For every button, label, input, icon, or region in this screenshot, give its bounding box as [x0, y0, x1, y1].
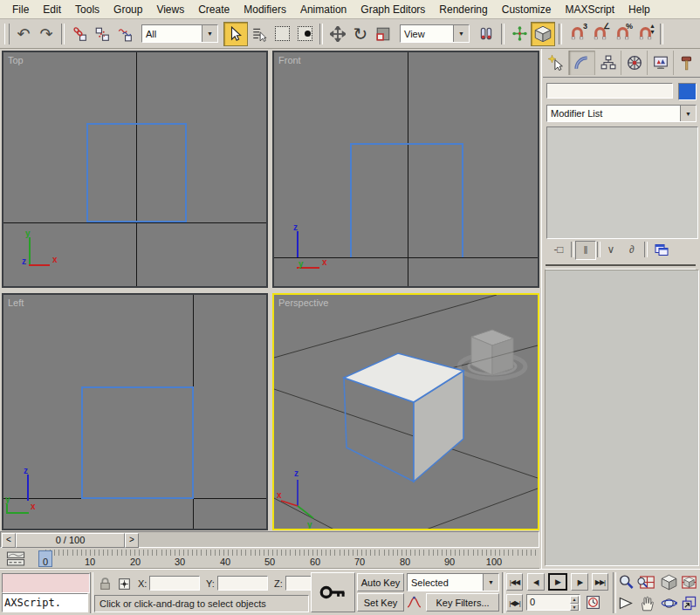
- time-slider-prev-button[interactable]: <: [2, 533, 16, 548]
- frame-spinner[interactable]: ▲▼: [570, 596, 579, 611]
- object-name-field[interactable]: [546, 83, 673, 99]
- toolbar-drag-handle[interactable]: [4, 24, 10, 44]
- spinner-down-icon[interactable]: ▼: [570, 604, 579, 612]
- snap-toggle-3d-button[interactable]: 3: [566, 23, 588, 45]
- maxscript-mini-listener[interactable]: AXScript.: [2, 593, 88, 612]
- remove-modifier-button[interactable]: ∂: [622, 241, 642, 258]
- set-key-button[interactable]: Set Key: [357, 593, 404, 612]
- modifier-stack-list[interactable]: [546, 126, 698, 239]
- go-to-start-button[interactable]: |◀◀: [506, 573, 523, 591]
- select-and-move-button[interactable]: [326, 23, 349, 45]
- tab-create[interactable]: [543, 51, 569, 75]
- angle-snap-toggle-button[interactable]: ∠: [588, 23, 611, 45]
- menu-item[interactable]: Views: [149, 2, 191, 17]
- current-frame-field[interactable]: 0 ▲▼: [526, 594, 580, 611]
- arc-rotate-button[interactable]: [661, 595, 677, 612]
- menu-item[interactable]: File: [5, 2, 36, 17]
- time-configuration-button[interactable]: [586, 595, 600, 610]
- modifier-stack-buttons: -□ ‖ ∨ ∂: [542, 241, 700, 260]
- rectangular-selection-region-button[interactable]: [271, 23, 293, 45]
- key-mode-icon: |◀▶|: [509, 599, 519, 607]
- coord-y-field[interactable]: [217, 576, 268, 591]
- menu-item[interactable]: Modifiers: [237, 2, 293, 17]
- chevron-down-icon[interactable]: ▼: [202, 25, 217, 42]
- menu-item[interactable]: Group: [106, 2, 149, 17]
- zoom-all-button[interactable]: [639, 574, 655, 591]
- auto-key-button[interactable]: Auto Key: [357, 573, 404, 591]
- time-slider-handle[interactable]: 0 / 100: [16, 533, 125, 548]
- menu-item[interactable]: Graph Editors: [353, 2, 432, 17]
- reference-coordinate-system-dropdown[interactable]: View ▼: [400, 24, 470, 43]
- menu-item[interactable]: Create: [191, 2, 237, 17]
- coord-x-field[interactable]: [149, 576, 200, 591]
- play-animation-button[interactable]: ▶: [548, 573, 567, 591]
- select-and-link-button[interactable]: [68, 23, 91, 45]
- pin-stack-button[interactable]: -□: [549, 241, 568, 258]
- make-unique-button[interactable]: ∨: [601, 241, 621, 258]
- menu-item[interactable]: Animation: [293, 2, 353, 17]
- go-to-end-button[interactable]: ▶▶|: [592, 573, 608, 591]
- next-frame-button[interactable]: |▶: [571, 573, 588, 591]
- select-by-name-button[interactable]: [248, 23, 271, 45]
- menu-item[interactable]: Customize: [495, 2, 559, 17]
- snaps-toggle-button[interactable]: [531, 22, 555, 46]
- tab-motion[interactable]: [621, 51, 648, 75]
- tab-display[interactable]: [648, 51, 674, 75]
- pan-view-button[interactable]: [639, 595, 655, 612]
- select-and-scale-button[interactable]: [372, 23, 395, 45]
- zoom-extents-all-button[interactable]: [681, 574, 697, 591]
- chevron-down-icon[interactable]: ▼: [453, 25, 469, 42]
- time-slider-next-button[interactable]: >: [125, 533, 139, 548]
- use-pivot-point-center-button[interactable]: [475, 23, 498, 45]
- redo-button[interactable]: ↷: [35, 23, 58, 45]
- frame-tick-label: 100: [486, 557, 502, 567]
- show-end-result-button[interactable]: ‖: [575, 241, 596, 260]
- viewport-left[interactable]: Left z y x: [2, 293, 268, 530]
- tab-utilities[interactable]: [674, 51, 699, 75]
- modifier-list-dropdown[interactable]: Modifier List ▼: [546, 105, 697, 122]
- bind-to-space-warp-button[interactable]: [113, 23, 136, 45]
- zoom-button[interactable]: [618, 574, 635, 591]
- track-bar[interactable]: 0102030405060708090100: [0, 549, 539, 569]
- menu-item[interactable]: Tools: [68, 2, 106, 17]
- spinner-up-icon[interactable]: ▲: [570, 596, 579, 604]
- select-object-button[interactable]: [223, 22, 248, 46]
- menu-item[interactable]: Help: [621, 2, 657, 17]
- absolute-offset-mode-toggle[interactable]: [117, 577, 132, 591]
- selection-filter-dropdown[interactable]: All ▼: [141, 24, 218, 43]
- key-filter-dropdown[interactable]: Selected ▼: [407, 573, 499, 591]
- viewport-front[interactable]: Front z y x: [272, 51, 539, 288]
- previous-frame-button[interactable]: ◀|: [527, 573, 545, 591]
- menu-item[interactable]: MAXScript: [558, 2, 621, 17]
- viewport-perspective[interactable]: Perspective: [272, 293, 539, 530]
- menu-item[interactable]: Edit: [36, 2, 68, 17]
- spinner-superscript: ▲▼: [649, 23, 655, 35]
- default-tangent-button[interactable]: [407, 595, 422, 610]
- zoom-extents-button[interactable]: [661, 574, 677, 591]
- set-keys-button[interactable]: [311, 572, 355, 612]
- chevron-down-icon[interactable]: ▼: [680, 106, 696, 121]
- select-and-rotate-button[interactable]: ↻: [349, 23, 372, 45]
- key-filters-button[interactable]: Key Filters...: [426, 593, 499, 612]
- percent-snap-toggle-button[interactable]: %: [611, 23, 634, 45]
- chevron-down-icon[interactable]: ▼: [483, 574, 498, 591]
- configure-modifier-sets-button[interactable]: [652, 241, 671, 258]
- unlink-selection-button[interactable]: [91, 23, 113, 45]
- maxscript-mini-listener-pink[interactable]: [2, 573, 90, 593]
- window-crossing-toggle[interactable]: [293, 23, 316, 45]
- tab-hierarchy[interactable]: [595, 51, 621, 75]
- selection-lock-toggle[interactable]: [98, 577, 113, 591]
- object-color-swatch[interactable]: [678, 83, 697, 100]
- time-slider-track[interactable]: < 0 / 100 >: [0, 531, 539, 548]
- viewport-top[interactable]: Top y z x: [2, 51, 268, 288]
- spinner-snap-toggle-button[interactable]: ▲▼: [634, 23, 656, 45]
- main-toolbar: ↶ ↷ All ▼ ↻ View ▼ 3 ∠ % ▲▼: [0, 19, 700, 49]
- menu-item[interactable]: Rendering: [432, 2, 494, 17]
- undo-button[interactable]: ↶: [12, 23, 35, 45]
- tab-modify[interactable]: [569, 51, 595, 75]
- field-of-view-button[interactable]: [618, 595, 635, 612]
- cube-icon: [683, 577, 695, 588]
- key-mode-toggle[interactable]: |◀▶|: [506, 594, 523, 612]
- maximize-viewport-toggle[interactable]: [681, 595, 697, 612]
- select-and-manipulate-button[interactable]: [508, 23, 531, 45]
